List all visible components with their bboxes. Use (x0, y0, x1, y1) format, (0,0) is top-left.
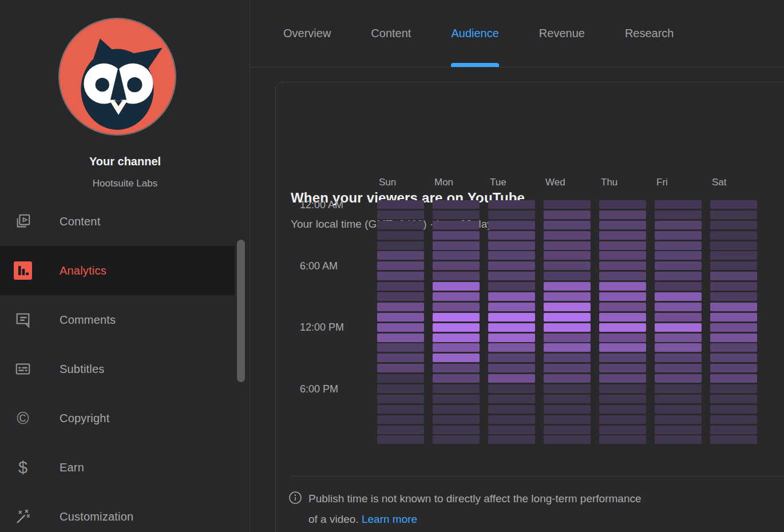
heatmap-cell[interactable] (599, 364, 646, 372)
heatmap-cell[interactable] (488, 334, 535, 342)
heatmap-cell[interactable] (433, 272, 480, 280)
heatmap-cell[interactable] (488, 354, 535, 362)
heatmap-cell[interactable] (433, 354, 480, 362)
heatmap-cell[interactable] (710, 415, 757, 424)
heatmap-cell[interactable] (599, 292, 646, 301)
heatmap-cell[interactable] (655, 323, 702, 332)
heatmap-cell[interactable] (377, 313, 424, 321)
heatmap-cell[interactable] (433, 334, 480, 342)
heatmap-cell[interactable] (544, 261, 591, 270)
heatmap-cell[interactable] (433, 241, 480, 250)
heatmap-cell[interactable] (433, 435, 480, 444)
heatmap-cell[interactable] (544, 221, 591, 229)
heatmap-cell[interactable] (544, 374, 591, 383)
heatmap-cell[interactable] (433, 384, 480, 393)
heatmap-cell[interactable] (599, 282, 646, 291)
heatmap-cell[interactable] (710, 395, 757, 403)
heatmap-cell[interactable] (655, 251, 702, 260)
heatmap-cell[interactable] (544, 435, 591, 444)
heatmap-cell[interactable] (710, 211, 757, 219)
heatmap-cell[interactable] (488, 221, 535, 229)
heatmap-cell[interactable] (544, 231, 591, 240)
heatmap-cell[interactable] (655, 343, 702, 352)
heatmap-cell[interactable] (599, 426, 646, 434)
heatmap-cell[interactable] (710, 303, 757, 311)
heatmap-cell[interactable] (488, 303, 535, 311)
heatmap-cell[interactable] (655, 292, 702, 301)
heatmap-cell[interactable] (544, 292, 591, 301)
heatmap-cell[interactable] (655, 435, 702, 444)
sidebar-item-customization[interactable]: Customization (0, 492, 235, 532)
heatmap-cell[interactable] (710, 323, 757, 332)
heatmap-cell[interactable] (433, 405, 480, 414)
heatmap-cell[interactable] (377, 282, 424, 291)
heatmap-cell[interactable] (599, 435, 646, 444)
heatmap-cell[interactable] (377, 292, 424, 301)
heatmap-cell[interactable] (377, 211, 424, 219)
heatmap-cell[interactable] (488, 200, 535, 209)
heatmap-cell[interactable] (710, 405, 757, 414)
heatmap-cell[interactable] (433, 221, 480, 229)
heatmap-cell[interactable] (433, 211, 480, 219)
heatmap-cell[interactable] (710, 292, 757, 301)
heatmap-cell[interactable] (599, 261, 646, 270)
heatmap-cell[interactable] (377, 395, 424, 403)
heatmap-cell[interactable] (488, 323, 535, 332)
heatmap-cell[interactable] (433, 374, 480, 383)
tab-overview[interactable]: Overview (283, 0, 331, 67)
heatmap-cell[interactable] (488, 292, 535, 301)
tab-revenue[interactable]: Revenue (539, 0, 585, 67)
heatmap-cell[interactable] (655, 303, 702, 311)
heatmap-cell[interactable] (377, 323, 424, 332)
heatmap-cell[interactable] (710, 364, 757, 372)
heatmap-cell[interactable] (599, 354, 646, 362)
heatmap-cell[interactable] (433, 261, 480, 270)
heatmap-cell[interactable] (488, 241, 535, 250)
heatmap-cell[interactable] (655, 384, 702, 393)
heatmap-cell[interactable] (488, 395, 535, 403)
sidebar-item-content[interactable]: Content (0, 197, 235, 246)
heatmap-cell[interactable] (599, 272, 646, 280)
heatmap-cell[interactable] (655, 334, 702, 342)
heatmap-cell[interactable] (544, 272, 591, 280)
heatmap-cell[interactable] (544, 282, 591, 291)
heatmap-cell[interactable] (544, 405, 591, 414)
heatmap-cell[interactable] (599, 251, 646, 260)
heatmap-cell[interactable] (655, 415, 702, 424)
heatmap-cell[interactable] (488, 405, 535, 414)
heatmap-cell[interactable] (655, 395, 702, 403)
heatmap-cell[interactable] (599, 395, 646, 403)
heatmap-cell[interactable] (655, 231, 702, 240)
tab-content[interactable]: Content (371, 0, 411, 67)
heatmap-cell[interactable] (710, 261, 757, 270)
heatmap-cell[interactable] (488, 261, 535, 270)
sidebar-scrollbar-thumb[interactable] (237, 240, 245, 382)
heatmap-cell[interactable] (599, 405, 646, 414)
heatmap-cell[interactable] (377, 364, 424, 372)
heatmap-cell[interactable] (433, 395, 480, 403)
heatmap-cell[interactable] (377, 272, 424, 280)
heatmap-cell[interactable] (599, 200, 646, 209)
heatmap-cell[interactable] (655, 354, 702, 362)
heatmap-cell[interactable] (488, 231, 535, 240)
heatmap-cell[interactable] (710, 334, 757, 342)
heatmap-cell[interactable] (377, 261, 424, 270)
heatmap-cell[interactable] (710, 426, 757, 434)
heatmap-cell[interactable] (655, 374, 702, 383)
heatmap-cell[interactable] (377, 303, 424, 311)
heatmap-cell[interactable] (655, 221, 702, 229)
heatmap-cell[interactable] (377, 221, 424, 229)
heatmap-cell[interactable] (433, 415, 480, 424)
heatmap-cell[interactable] (544, 384, 591, 393)
heatmap-cell[interactable] (433, 426, 480, 434)
heatmap-cell[interactable] (710, 200, 757, 209)
heatmap-cell[interactable] (488, 364, 535, 372)
heatmap-cell[interactable] (655, 200, 702, 209)
heatmap-cell[interactable] (433, 303, 480, 311)
heatmap-cell[interactable] (377, 374, 424, 383)
tab-research[interactable]: Research (625, 0, 674, 67)
heatmap-cell[interactable] (599, 334, 646, 342)
heatmap-cell[interactable] (655, 313, 702, 321)
heatmap-cell[interactable] (599, 211, 646, 219)
heatmap-cell[interactable] (599, 415, 646, 424)
